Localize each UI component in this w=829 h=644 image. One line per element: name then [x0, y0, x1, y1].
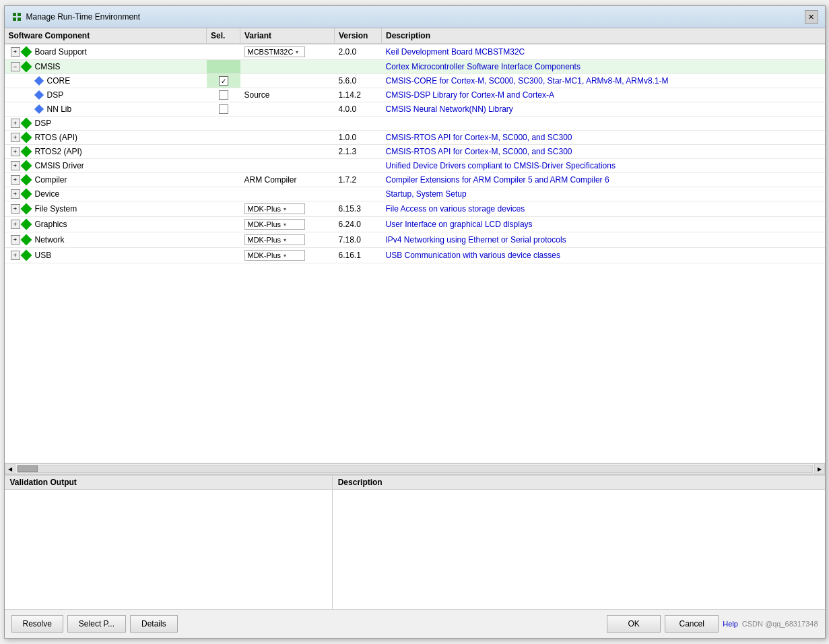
cell-description-device[interactable]: Startup, System Setup: [382, 187, 825, 201]
cell-description-cmsis-dsp[interactable]: CMSIS-DSP Library for Cortex-M and Corte…: [382, 88, 825, 102]
cell-variant-graphics[interactable]: MDK-Plus▾: [240, 217, 335, 232]
expand-btn-usb[interactable]: +: [11, 251, 20, 260]
details-button[interactable]: Details: [130, 615, 178, 633]
table-row[interactable]: CORE✓5.6.0CMSIS-CORE for Cortex-M, SC000…: [5, 74, 825, 88]
variant-dropdown[interactable]: MDK-Plus▾: [244, 234, 305, 245]
cell-description-cmsis-rtos[interactable]: CMSIS-RTOS API for Cortex-M, SC000, and …: [382, 131, 825, 145]
table-row[interactable]: +RTOS2 (API)2.1.3CMSIS-RTOS API for Cort…: [5, 145, 825, 159]
help-link[interactable]: Help: [723, 620, 738, 628]
table-row[interactable]: +File SystemMDK-Plus▾6.15.3File Access o…: [5, 201, 825, 217]
description-link[interactable]: Compiler Extensions for ARM Compiler 5 a…: [386, 175, 609, 185]
expand-btn-network[interactable]: +: [11, 235, 20, 245]
scroll-thumb[interactable]: [18, 465, 38, 472]
description-link[interactable]: Cortex Microcontroller Software Interfac…: [386, 62, 581, 71]
cell-description-compiler[interactable]: Compiler Extensions for ARM Compiler 5 a…: [382, 173, 825, 187]
checkbox-checked[interactable]: ✓: [219, 76, 228, 86]
scroll-right-btn[interactable]: ▶: [814, 463, 825, 474]
table-row[interactable]: +RTOS (API)1.0.0CMSIS-RTOS API for Corte…: [5, 131, 825, 145]
cell-sel-cmsis-rtos2[interactable]: [207, 145, 240, 159]
expand-btn-cmsis[interactable]: −: [11, 62, 20, 71]
description-link[interactable]: Keil Development Board MCBSTM32C: [386, 47, 525, 57]
description-link[interactable]: File Access on various storage devices: [386, 204, 525, 214]
table-row[interactable]: NN Lib4.0.0CMSIS Neural Network(NN) Libr…: [5, 102, 825, 117]
table-row[interactable]: −CMSISCortex Microcontroller Software In…: [5, 60, 825, 74]
expand-btn-graphics[interactable]: +: [11, 220, 20, 229]
cancel-button[interactable]: Cancel: [665, 615, 719, 633]
table-row[interactable]: +CompilerARM Compiler1.7.2Compiler Exten…: [5, 173, 825, 187]
cell-sel-usb[interactable]: [207, 248, 240, 263]
description-link[interactable]: IPv4 Networking using Ethernet or Serial…: [386, 235, 566, 245]
cell-description-cmsis-nn[interactable]: CMSIS Neural Network(NN) Library: [382, 102, 825, 117]
green-diamond-icon: [20, 61, 32, 73]
checkbox-unchecked[interactable]: [219, 90, 228, 100]
cell-description-cmsis-driver[interactable]: Unified Device Drivers compliant to CMSI…: [382, 159, 825, 173]
cell-description-graphics[interactable]: User Interface on graphical LCD displays: [382, 217, 825, 232]
horizontal-scrollbar[interactable]: ◀ ▶: [5, 463, 825, 474]
description-link[interactable]: CMSIS Neural Network(NN) Library: [386, 104, 513, 114]
expand-btn-filesystem[interactable]: +: [11, 204, 20, 214]
cell-version-cmsis-core: 5.6.0: [335, 74, 382, 88]
table-row[interactable]: +USBMDK-Plus▾6.16.1USB Communication wit…: [5, 248, 825, 263]
table-row[interactable]: +Board SupportMCBSTM32C▾2.0.0Keil Develo…: [5, 44, 825, 60]
variant-dropdown[interactable]: MDK-Plus▾: [244, 250, 305, 261]
cell-sel-device[interactable]: [207, 187, 240, 201]
variant-dropdown[interactable]: MDK-Plus▾: [244, 219, 305, 230]
cell-description-cmsis-rtos2[interactable]: CMSIS-RTOS API for Cortex-M, SC000, and …: [382, 145, 825, 159]
variant-dropdown[interactable]: MCBSTM32C▾: [244, 46, 305, 57]
description-link[interactable]: CMSIS-CORE for Cortex-M, SC000, SC300, S…: [386, 76, 669, 86]
expand-btn-board-support[interactable]: +: [11, 47, 20, 57]
select-button[interactable]: Select P...: [67, 615, 126, 633]
expand-btn-cmsis-driver[interactable]: +: [11, 161, 20, 170]
cell-sel-cmsis-dsp2[interactable]: [207, 117, 240, 131]
expand-btn-cmsis-dsp2[interactable]: +: [11, 119, 20, 128]
cell-description-cmsis-core[interactable]: CMSIS-CORE for Cortex-M, SC000, SC300, S…: [382, 74, 825, 88]
description-link[interactable]: CMSIS-DSP Library for Cortex-M and Corte…: [386, 90, 555, 100]
variant-dropdown[interactable]: MDK-Plus▾: [244, 203, 305, 214]
checkbox-unchecked[interactable]: [219, 104, 228, 114]
cell-version-graphics: 6.24.0: [335, 217, 382, 232]
cell-variant-usb[interactable]: MDK-Plus▾: [240, 248, 335, 263]
resolve-button[interactable]: Resolve: [11, 615, 63, 633]
expand-btn-cmsis-rtos2[interactable]: +: [11, 147, 20, 156]
expand-btn-compiler[interactable]: +: [11, 175, 20, 185]
description-link[interactable]: Startup, System Setup: [386, 189, 467, 199]
cell-description-cmsis[interactable]: Cortex Microcontroller Software Interfac…: [382, 60, 825, 74]
table-area[interactable]: Software Component Sel. Variant Version …: [5, 28, 825, 463]
table-row[interactable]: +NetworkMDK-Plus▾7.18.0IPv4 Networking u…: [5, 232, 825, 248]
cell-description-usb[interactable]: USB Communication with various device cl…: [382, 248, 825, 263]
cell-description-board-support[interactable]: Keil Development Board MCBSTM32C: [382, 44, 825, 60]
expand-btn-device[interactable]: +: [11, 189, 20, 199]
scroll-left-btn[interactable]: ◀: [5, 463, 15, 474]
table-row[interactable]: +DeviceStartup, System Setup: [5, 187, 825, 201]
cell-sel-cmsis-core[interactable]: ✓: [207, 74, 240, 88]
description-link[interactable]: CMSIS-RTOS API for Cortex-M, SC000, and …: [386, 133, 572, 142]
cell-sel-cmsis-dsp[interactable]: [207, 88, 240, 102]
cell-variant-network[interactable]: MDK-Plus▾: [240, 232, 335, 248]
table-row[interactable]: DSPSource1.14.2CMSIS-DSP Library for Cor…: [5, 88, 825, 102]
table-row[interactable]: +DSP: [5, 117, 825, 131]
ok-button[interactable]: OK: [607, 615, 661, 633]
cell-sel-cmsis-nn[interactable]: [207, 102, 240, 117]
description-link[interactable]: CMSIS-RTOS API for Cortex-M, SC000, and …: [386, 147, 572, 156]
cell-sel-filesystem[interactable]: [207, 201, 240, 217]
scroll-track[interactable]: [17, 465, 813, 473]
cell-sel-graphics[interactable]: [207, 217, 240, 232]
description-link[interactable]: Unified Device Drivers compliant to CMSI…: [386, 161, 616, 170]
description-link[interactable]: USB Communication with various device cl…: [386, 251, 560, 260]
table-row[interactable]: +GraphicsMDK-Plus▾6.24.0User Interface o…: [5, 217, 825, 232]
cell-sel-cmsis[interactable]: [207, 60, 240, 74]
expand-btn-cmsis-rtos[interactable]: +: [11, 133, 20, 142]
cell-sel-cmsis-rtos[interactable]: [207, 131, 240, 145]
description-link[interactable]: User Interface on graphical LCD displays: [386, 220, 533, 229]
cell-sel-board-support[interactable]: [207, 44, 240, 60]
close-button[interactable]: ✕: [805, 10, 818, 24]
cell-variant-board-support[interactable]: MCBSTM32C▾: [240, 44, 335, 60]
cell-sel-network[interactable]: [207, 232, 240, 248]
cell-description-filesystem[interactable]: File Access on various storage devices: [382, 201, 825, 217]
svg-rect-0: [13, 13, 16, 16]
cell-variant-filesystem[interactable]: MDK-Plus▾: [240, 201, 335, 217]
table-row[interactable]: +CMSIS DriverUnified Device Drivers comp…: [5, 159, 825, 173]
cell-sel-cmsis-driver[interactable]: [207, 159, 240, 173]
cell-description-network[interactable]: IPv4 Networking using Ethernet or Serial…: [382, 232, 825, 248]
cell-sel-compiler[interactable]: [207, 173, 240, 187]
